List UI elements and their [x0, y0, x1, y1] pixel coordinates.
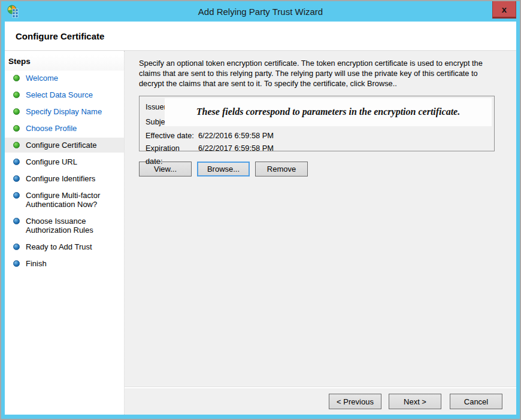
certificate-details-box: Issuer: Subject: Effective date: 6/22/20…: [139, 96, 495, 151]
steps-header: Steps: [5, 55, 124, 71]
sidebar-item-finish: Finish: [5, 256, 124, 271]
close-icon: x: [502, 4, 507, 14]
step-status-icon: [13, 244, 20, 250]
cert-field-expiration-date: Expiration date: 6/22/2017 6:59:58 PM: [146, 142, 488, 168]
screen: Add Relying Party Trust Wizard x Configu…: [0, 0, 521, 420]
next-button[interactable]: Next >: [389, 394, 441, 409]
step-label: Specify Display Name: [26, 107, 102, 116]
step-label: Welcome: [26, 74, 58, 83]
step-status-icon: [13, 218, 20, 224]
step-status-icon: [13, 142, 20, 148]
sidebar-item-configure-mfa: Configure Multi-factor Authentication No…: [5, 188, 124, 212]
cert-field-value: 6/22/2016 6:59:58 PM: [198, 129, 274, 142]
titlebar: Add Relying Party Trust Wizard x: [1, 1, 520, 22]
page-header: Configure Certificate: [5, 22, 516, 51]
cert-field-label: Effective date:: [146, 129, 198, 142]
step-status-icon: [13, 192, 20, 199]
cert-field-label: Expiration date:: [146, 142, 198, 168]
steps-sidebar: Steps Welcome Select Data Source Specify…: [5, 51, 125, 415]
page-title: Configure Certificate: [16, 31, 104, 41]
adfs-app-icon: [7, 5, 20, 18]
step-label: Finish: [26, 259, 47, 268]
step-label: Ready to Add Trust: [26, 242, 92, 251]
step-label: Configure Multi-factor Authentication No…: [26, 191, 117, 209]
sidebar-item-configure-certificate[interactable]: Configure Certificate: [5, 138, 124, 153]
body-row: Steps Welcome Select Data Source Specify…: [5, 51, 516, 415]
window-title: Add Relying Party Trust Wizard: [1, 1, 520, 22]
sidebar-item-specify-display-name[interactable]: Specify Display Name: [5, 104, 124, 119]
sidebar-item-select-data-source[interactable]: Select Data Source: [5, 87, 124, 102]
step-status-icon: [13, 175, 20, 182]
step-label: Choose Profile: [26, 124, 77, 133]
step-label: Configure Certificate: [26, 141, 97, 150]
cancel-button[interactable]: Cancel: [450, 394, 502, 409]
cert-field-value: 6/22/2017 6:59:58 PM: [198, 142, 274, 168]
step-description: Specify an optional token encryption cer…: [139, 59, 501, 89]
step-label: Select Data Source: [26, 90, 93, 99]
cert-field-effective-date: Effective date: 6/22/2016 6:59:58 PM: [146, 129, 488, 142]
previous-button[interactable]: < Previous: [329, 394, 381, 409]
step-status-icon: [13, 125, 20, 132]
step-status-icon: [13, 108, 20, 115]
sidebar-item-configure-url: Configure URL: [5, 154, 124, 169]
close-button[interactable]: x: [492, 1, 516, 19]
sidebar-item-choose-profile[interactable]: Choose Profile: [5, 121, 124, 136]
window-body: Configure Certificate Steps Welcome Sele…: [5, 22, 516, 415]
wizard-window: Add Relying Party Trust Wizard x Configu…: [1, 1, 520, 419]
sidebar-item-choose-issuance-rules: Choose Issuance Authorization Rules: [5, 214, 124, 238]
step-label: Configure URL: [26, 157, 77, 166]
step-status-icon: [13, 260, 20, 267]
wizard-footer: < Previous Next > Cancel: [125, 387, 516, 415]
annotation-note: These fields correspond to parameters in…: [165, 98, 492, 126]
step-status-icon: [13, 92, 20, 98]
step-label: Configure Identifiers: [26, 174, 95, 183]
step-status-icon: [13, 75, 20, 81]
content-area: Specify an optional token encryption cer…: [125, 51, 516, 387]
step-status-icon: [13, 159, 20, 165]
sidebar-item-configure-identifiers: Configure Identifiers: [5, 171, 124, 186]
sidebar-item-welcome[interactable]: Welcome: [5, 71, 124, 86]
main-pane: Specify an optional token encryption cer…: [125, 51, 516, 415]
step-label: Choose Issuance Authorization Rules: [26, 217, 117, 235]
sidebar-item-ready-to-add-trust: Ready to Add Trust: [5, 239, 124, 254]
